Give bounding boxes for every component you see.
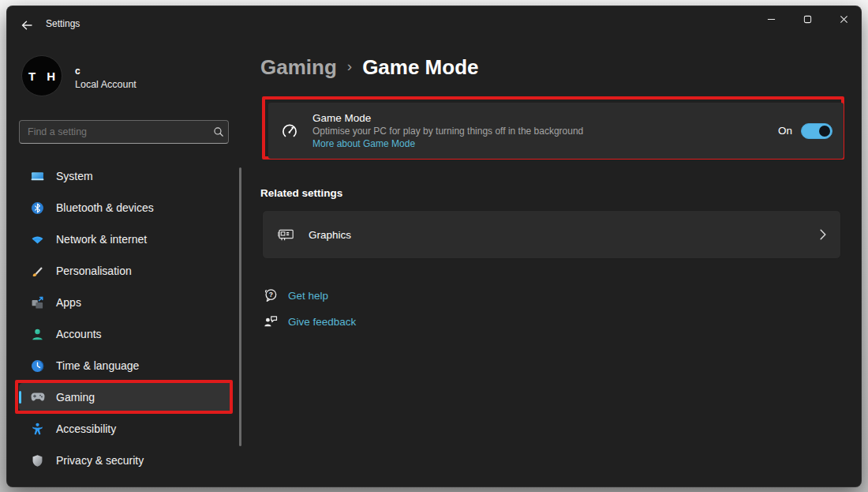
sidebar-item-network-internet[interactable]: Network & internet bbox=[19, 225, 233, 254]
sidebar-item-bluetooth-devices[interactable]: Bluetooth & devices bbox=[19, 193, 233, 222]
desktop-background: Settings T H c Local Account bbox=[0, 0, 868, 492]
settings-window: Settings T H c Local Account bbox=[6, 6, 862, 487]
sidebar-item-gaming[interactable]: Gaming bbox=[19, 383, 233, 411]
sidebar-item-accounts[interactable]: Accounts bbox=[19, 320, 233, 348]
feedback-icon bbox=[263, 314, 279, 329]
apps-icon bbox=[30, 295, 45, 310]
graphics-settings-row[interactable]: Graphics bbox=[262, 210, 841, 259]
breadcrumb-parent[interactable]: Gaming bbox=[260, 54, 337, 81]
toggle-knob bbox=[819, 126, 830, 137]
paintbrush-icon bbox=[30, 264, 45, 279]
search-box bbox=[19, 120, 229, 144]
sidebar-item-apps[interactable]: Apps bbox=[19, 288, 233, 317]
page-title: Game Mode bbox=[362, 54, 478, 81]
sidebar-nav: System Bluetooth & devices Network & int… bbox=[19, 162, 233, 478]
svg-text:?: ? bbox=[269, 291, 273, 299]
breadcrumb-separator-icon: › bbox=[347, 53, 352, 80]
related-settings-header: Related settings bbox=[260, 187, 342, 199]
gamepad-icon bbox=[30, 390, 45, 405]
network-wifi-icon bbox=[30, 232, 45, 247]
window-title: Settings bbox=[46, 6, 80, 42]
sidebar-item-label: Gaming bbox=[56, 391, 95, 404]
sidebar-item-privacy-security[interactable]: Privacy & security bbox=[19, 446, 233, 475]
titlebar: Settings bbox=[6, 6, 862, 42]
maximize-icon bbox=[803, 14, 812, 26]
sidebar-item-label: Bluetooth & devices bbox=[56, 201, 154, 214]
search-icon bbox=[209, 126, 228, 137]
game-mode-text: Game Mode Optimise your PC for play by t… bbox=[312, 111, 583, 150]
search-input[interactable] bbox=[20, 126, 209, 137]
gpu-icon bbox=[277, 228, 294, 241]
graphics-label: Graphics bbox=[309, 229, 351, 241]
back-button[interactable] bbox=[14, 15, 39, 37]
toggle-state-label: On bbox=[778, 125, 792, 137]
game-mode-card: Game Mode Optimise your PC for play by t… bbox=[268, 103, 844, 159]
footer-links: ? Get help Give feedback bbox=[263, 285, 356, 332]
selected-indicator bbox=[19, 391, 21, 404]
annotation-box-game-mode-card: Game Mode Optimise your PC for play by t… bbox=[262, 96, 844, 160]
game-mode-toggle[interactable] bbox=[801, 123, 832, 139]
give-feedback-label: Give feedback bbox=[288, 316, 356, 328]
sidebar-scrollbar[interactable] bbox=[239, 167, 241, 446]
get-help-link[interactable]: ? Get help bbox=[263, 285, 356, 306]
minimize-button[interactable] bbox=[753, 8, 789, 32]
sidebar-item-system[interactable]: System bbox=[19, 162, 233, 190]
get-help-label: Get help bbox=[288, 290, 328, 302]
game-mode-toggle-group: On bbox=[778, 123, 832, 139]
sidebar-item-label: Apps bbox=[56, 296, 81, 309]
chevron-right-icon bbox=[820, 229, 826, 240]
sidebar-item-accessibility[interactable]: Accessibility bbox=[19, 415, 233, 443]
system-icon bbox=[30, 169, 45, 184]
sidebar-item-label: Accessibility bbox=[56, 423, 116, 435]
maximize-button[interactable] bbox=[789, 8, 825, 32]
bluetooth-icon bbox=[30, 201, 45, 216]
speedometer-icon bbox=[282, 123, 297, 139]
help-bubble-icon: ? bbox=[263, 288, 279, 302]
close-icon bbox=[840, 14, 848, 26]
accessibility-icon bbox=[30, 422, 45, 437]
sidebar-item-label: Accounts bbox=[56, 328, 102, 340]
account-type: Local Account bbox=[75, 79, 137, 90]
close-button[interactable] bbox=[825, 8, 862, 32]
sidebar-item-personalisation[interactable]: Personalisation bbox=[19, 257, 233, 285]
game-mode-description: Optimise your PC for play by turning thi… bbox=[312, 125, 583, 137]
avatar[interactable]: T H bbox=[21, 55, 62, 96]
give-feedback-link[interactable]: Give feedback bbox=[263, 311, 356, 332]
sidebar-item-label: Privacy & security bbox=[56, 454, 144, 467]
account-name: c bbox=[75, 66, 80, 77]
back-arrow-icon bbox=[21, 19, 33, 34]
sidebar-item-label: System bbox=[56, 170, 93, 182]
sidebar-item-label: Personalisation bbox=[56, 265, 132, 277]
person-icon bbox=[30, 327, 45, 342]
breadcrumb: Gaming › Game Mode bbox=[260, 54, 479, 81]
shield-icon bbox=[30, 453, 45, 468]
sidebar-item-label: Network & internet bbox=[56, 233, 147, 246]
window-controls bbox=[753, 8, 862, 32]
game-mode-title: Game Mode bbox=[312, 111, 583, 125]
sidebar-item-label: Time & language bbox=[56, 359, 139, 372]
sidebar-item-time-language[interactable]: Time & language bbox=[19, 351, 233, 380]
game-mode-more-link[interactable]: More about Game Mode bbox=[312, 137, 415, 150]
minimize-icon bbox=[767, 14, 776, 26]
clock-icon bbox=[30, 359, 45, 374]
